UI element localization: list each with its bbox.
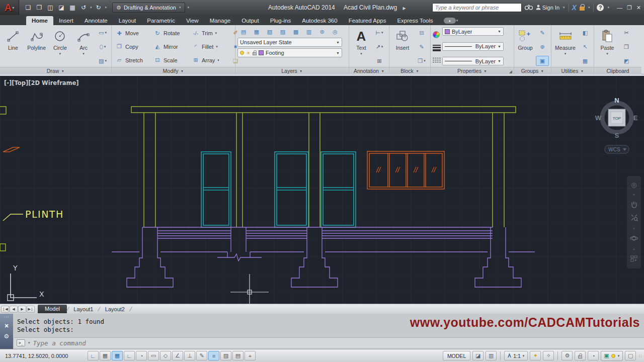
current-layer-dropdown[interactable]: ☀ Footing ▼ [237,48,342,57]
cad-canvas[interactable]: PLINTH Y X N W E S [0,76,644,304]
cut-button[interactable]: ✂ [620,28,633,38]
navigation-bar[interactable]: ◎ ▾ ▾ ▾ [627,176,641,268]
first-tab-button[interactable]: ❘◀ [1,306,9,313]
layer-states-icon[interactable]: ▦ [251,27,263,36]
command-history[interactable]: Select objects: 1 found Select objects: [17,318,104,334]
compass-east[interactable]: E [633,114,638,122]
previous-tab-button[interactable]: ◀ [10,306,18,313]
wcs-selector[interactable]: WCS [605,145,629,153]
quick-properties-toggle[interactable]: ▤ [232,351,244,360]
layer-settings-icon[interactable]: ⊛ [316,27,328,36]
search-binoculars-icon[interactable] [525,3,533,12]
rotate-button[interactable]: ↻Rotate [152,27,189,40]
drag-handle-icon[interactable]: ∷∷ [4,315,10,319]
arc-button[interactable]: Arc ▾ [72,27,95,67]
workspace-settings-button[interactable]: ⚙ [561,351,573,360]
redo-dropdown-icon[interactable]: ▾ [105,6,107,10]
wrench-icon[interactable]: ⚙ [4,333,10,340]
tab-home[interactable]: Home [26,16,53,25]
panel-label-clipboard[interactable]: Clipboard [594,67,641,74]
chevron-down-icon[interactable]: ▾ [633,193,634,196]
tab-parametric[interactable]: Parametric [141,16,181,25]
last-tab-button[interactable]: ▶❘ [27,306,35,313]
chevron-down-icon[interactable]: ▾ [607,6,609,10]
navigation-wheel-icon[interactable]: ◎ [631,182,636,188]
compass-south[interactable]: S [615,132,619,139]
panel-label-draw[interactable]: Draw▼ [0,67,111,74]
layer-on-icon[interactable]: ◎ [329,27,341,36]
chevron-down-icon[interactable]: ▾ [618,354,620,358]
transparency-toggle[interactable]: ▨ [220,351,231,360]
compass-west[interactable]: W [595,114,602,122]
layer-freeze-icon[interactable]: ▩ [290,27,302,36]
object-snap-tracking-toggle[interactable]: ∠ [172,351,183,360]
panel-label-layers[interactable]: Layers▼ [235,67,349,74]
linetype-dropdown[interactable]: ByLayer ▼ [442,57,504,65]
exchange-apps-icon[interactable]: X [572,4,577,12]
chevron-down-icon[interactable]: ▾ [28,341,30,345]
fillet-button[interactable]: ◜Fillet▾ [190,40,227,54]
sign-in-button[interactable]: Sign In [536,5,559,11]
minimize-button[interactable]: — [617,5,622,11]
select-all-button[interactable]: ↖ [579,42,592,52]
command-input[interactable] [33,339,644,347]
tab-insert[interactable]: Insert [53,16,79,25]
restore-button[interactable]: ❐ [627,5,632,11]
layer-state-dropdown[interactable]: Unsaved Layer State ▼ [237,38,342,47]
chevron-down-icon[interactable]: ▾ [563,6,565,10]
annotation-scale-button[interactable]: 1:1 ▾ [504,351,528,360]
polar-tracking-toggle[interactable]: ◔ [136,351,147,360]
chevron-down-icon[interactable]: ▾ [360,52,362,56]
3d-object-snap-toggle[interactable]: ◇ [160,351,171,360]
new-button[interactable]: ❏ [23,3,33,13]
lock-icon[interactable] [580,7,585,11]
plot-button[interactable]: ▦ [67,3,77,13]
object-snap-toggle[interactable]: ▭ [148,351,159,360]
edit-attributes-button[interactable]: ✎ [415,42,428,52]
tab-output[interactable]: Output [236,16,265,25]
color-wheel-icon[interactable] [433,31,440,38]
layer-unisolate-icon[interactable]: ▨ [277,27,289,36]
quick-calculator-button[interactable]: ▦ [579,56,592,66]
workspace-switcher[interactable]: ⚙ Drafting & Annotation ▾ [112,3,185,13]
steering-wheel-button[interactable]: ◔ [588,351,599,360]
grid-display-toggle[interactable]: ▦ [112,351,123,360]
quick-select-button[interactable]: ◧ [579,28,592,38]
ribbon-minimize-button[interactable]: ▴ [444,18,456,24]
block-editor-button[interactable]: ❒▾ [415,56,428,66]
autoscale-button[interactable]: ✧ [543,351,554,360]
tab-model[interactable]: Model [38,305,67,313]
clean-screen-button[interactable]: ▢ [625,351,636,360]
redo-button[interactable]: ↻ [94,3,104,13]
annotation-visibility-button[interactable]: ✦ [530,351,541,360]
panel-label-block[interactable]: Block▼ [389,67,430,74]
tab-layout[interactable]: Layout [113,16,142,25]
tab-featured-apps[interactable]: Featured Apps [343,16,392,25]
layer-off-icon[interactable]: ▥ [303,27,315,36]
measure-button[interactable]: Measure ▾ [553,27,577,67]
mirror-button[interactable]: ◭Mirror [152,40,189,54]
quick-view-layouts-button[interactable]: ◪ [472,351,484,360]
polyline-button[interactable]: Polyline [26,27,48,67]
chevron-down-icon[interactable]: ▾ [633,227,634,230]
panel-label-groups[interactable]: Groups▼ [514,67,551,74]
lineweight-toggle[interactable]: ≡ [208,351,219,360]
chevron-down-icon[interactable]: ▾ [606,52,608,56]
line-button[interactable]: Line [2,27,24,67]
text-button[interactable]: A Text ▾ [351,27,371,67]
viewport-controls-label[interactable]: [-][Top][2D Wireframe] [4,79,79,86]
paste-button[interactable]: Paste ▾ [596,27,618,67]
help-icon[interactable]: ? [597,4,604,11]
ribbon-minimize-dropdown-icon[interactable]: ▾ [456,19,458,23]
group-button[interactable]: Group [516,27,534,67]
close-command-window-button[interactable]: ✕ [4,323,9,329]
group-selection-toggle[interactable]: ▣ [536,56,549,66]
undo-button[interactable]: ↺ [78,3,89,13]
scale-button[interactable]: ⊡Scale [152,53,189,67]
orbit-icon[interactable] [630,235,638,243]
tab-plugins[interactable]: Plug-ins [265,16,297,25]
close-button[interactable]: ✕ [636,5,641,11]
stretch-button[interactable]: ▱Stretch [114,53,151,67]
undo-dropdown-icon[interactable]: ▾ [90,6,92,10]
chevron-down-icon[interactable]: ▾ [83,52,85,56]
